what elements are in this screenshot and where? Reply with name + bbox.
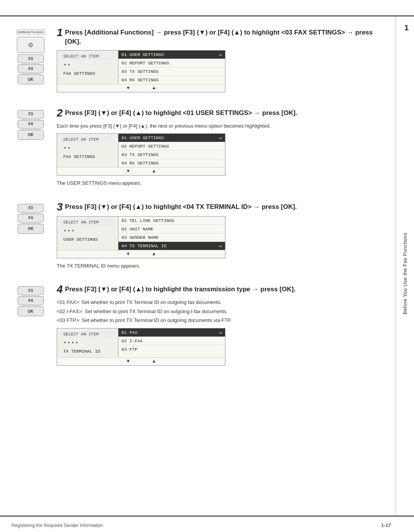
step-4-screen: SELECT AN ITEM ▪▪▪▪ TX TERMINAL ID 01 FA… bbox=[57, 328, 225, 366]
f4-button-step2[interactable]: F4 bbox=[18, 120, 44, 128]
f3-button-step3[interactable]: F3 bbox=[18, 204, 44, 212]
step-4-title: 4 Press [F3] (▼) or [F4] (▲) to highligh… bbox=[57, 285, 380, 295]
ok-button-step1[interactable]: OK bbox=[18, 74, 44, 84]
step-1-buttons: Additional Functions ⚙ F3 F4 OK bbox=[12, 28, 50, 84]
lcd-4-label: TX TERMINAL ID bbox=[60, 347, 115, 355]
lcd-2-left: SELECT AN ITEM ▪▪ FAX SETTINGS bbox=[57, 134, 118, 167]
step-3-section: F3 F4 OK 3 Press [F3] (▼) or [F4] (▲) to… bbox=[12, 202, 380, 273]
lcd-3-label: USER SETTINGS bbox=[60, 235, 115, 243]
arrow-indicator-3: ⇔ bbox=[219, 243, 222, 249]
step-4-bullet-3: <03 FTP>: Set whether to print TX Termin… bbox=[57, 317, 380, 324]
lcd-3-left: SELECT AN ITEM ▪▪▪ USER SETTINGS bbox=[57, 217, 118, 250]
arrow-indicator-4: ⇔ bbox=[219, 330, 222, 336]
lcd-4-row-1: 01 FAX ⇔ bbox=[118, 328, 225, 337]
lcd-3-nav: ▼ ▲ bbox=[57, 250, 225, 258]
nav-up-2: ▲ bbox=[153, 169, 155, 174]
lcd-1-row-4: 04 RX SETTINGS bbox=[118, 76, 225, 84]
step-4-bullet-2: <02 I-FAX>: Set whether to print TX Term… bbox=[57, 308, 380, 315]
step-4-buttons: F3 F4 OK bbox=[12, 285, 50, 316]
f3-button-step4[interactable]: F3 bbox=[18, 286, 44, 295]
f3-button-step2[interactable]: F3 bbox=[18, 110, 44, 118]
lcd-4-row-3: 03 FTP bbox=[118, 345, 225, 353]
step-3-number: 3 bbox=[57, 202, 63, 212]
lcd-1-dots: ▪▪ bbox=[60, 60, 115, 69]
step-1-number: 1 bbox=[57, 28, 63, 38]
nav-down-3: ▼ bbox=[127, 251, 130, 257]
step-3-note: The TX TERMINAL ID menu appears. bbox=[57, 262, 380, 270]
step-2-description: Each time you press [F3] (▼) or [F4] (▲)… bbox=[57, 122, 380, 130]
step-3-content: 3 Press [F3] (▼) or [F4] (▲) to highligh… bbox=[57, 202, 380, 273]
lcd-1-row-3: 03 TX SETTINGS bbox=[118, 67, 225, 76]
step-2-content: 2 Press [F3] (▼) or [F4] (▲) to highligh… bbox=[57, 108, 380, 190]
page-container: 1 Before You Use the Fax Functions Addit… bbox=[0, 0, 414, 532]
ok-button-step4[interactable]: OK bbox=[18, 306, 44, 316]
lcd-3-dots: ▪▪▪ bbox=[60, 226, 115, 235]
gear-icon: ⚙ bbox=[28, 41, 33, 49]
f4-button-step4[interactable]: F4 bbox=[18, 296, 44, 305]
lcd-1-right: 01 USER SETTINGS ⇔ 02 REPORT SETTINGS 03… bbox=[118, 51, 225, 84]
sidebar-text: Before You Use the Fax Functions bbox=[402, 233, 408, 314]
step-2-buttons: F3 F4 OK bbox=[12, 108, 50, 140]
lcd-1-left-header: SELECT AN ITEM ▪▪ FAX SETTINGS bbox=[57, 51, 118, 84]
bottom-border bbox=[0, 516, 414, 517]
step-3-buttons: F3 F4 OK bbox=[12, 202, 50, 234]
lcd-1-label: FAX SETTINGS bbox=[60, 69, 115, 77]
nav-up-3: ▲ bbox=[153, 251, 155, 257]
step-4-bullet-1: <01 FAX>: Set whether to print TX Termin… bbox=[57, 299, 380, 306]
lcd-4-right: 01 FAX ⇔ 02 I-FAX 03 FTP bbox=[118, 328, 225, 357]
step-2-screen: SELECT AN ITEM ▪▪ FAX SETTINGS 01 USER S… bbox=[57, 133, 225, 176]
lcd-3-header-row: SELECT AN ITEM ▪▪▪ USER SETTINGS 01 TEL … bbox=[57, 217, 225, 250]
step-3-screen: SELECT AN ITEM ▪▪▪ USER SETTINGS 01 TEL … bbox=[57, 216, 225, 258]
lcd-4-left: SELECT AN ITEM ▪▪▪▪ TX TERMINAL ID bbox=[57, 328, 118, 357]
lcd-2-row-3: 03 TX SETTINGS bbox=[118, 151, 225, 159]
lcd-2-dots: ▪▪ bbox=[60, 143, 115, 153]
lcd-2-header-row: SELECT AN ITEM ▪▪ FAX SETTINGS 01 USER S… bbox=[57, 134, 225, 167]
additional-functions-button[interactable]: ⚙ bbox=[17, 37, 44, 53]
nav-down-4: ▼ bbox=[127, 359, 130, 364]
lcd-3-row-4: 04 TX TERMINAL ID ⇔ bbox=[118, 242, 225, 250]
lcd-4-header-text: SELECT AN ITEM bbox=[60, 330, 115, 338]
main-content: Additional Functions ⚙ F3 F4 OK 1 Press … bbox=[0, 16, 396, 516]
page-footer: Registering the Required Sender Informat… bbox=[12, 522, 391, 528]
lcd-4-row-2: 02 I-FAX bbox=[118, 337, 225, 345]
footer-page-number: 1-17 bbox=[381, 522, 391, 528]
nav-up-4: ▲ bbox=[153, 359, 155, 364]
step-1-section: Additional Functions ⚙ F3 F4 OK 1 Press … bbox=[12, 28, 380, 96]
lcd-1-header-text: SELECT AN ITEM bbox=[60, 53, 115, 60]
step-4-section: F3 F4 OK 4 Press [F3] (▼) or [F4] (▲) to… bbox=[12, 285, 380, 369]
nav-down-2: ▼ bbox=[127, 169, 130, 174]
step-2-number: 2 bbox=[57, 108, 63, 118]
ok-button-step2[interactable]: OK bbox=[18, 130, 44, 140]
lcd-2-label: FAX SETTINGS bbox=[60, 153, 115, 161]
f4-button-step1[interactable]: F4 bbox=[18, 64, 44, 73]
lcd-4-header-row: SELECT AN ITEM ▪▪▪▪ TX TERMINAL ID 01 FA… bbox=[57, 328, 225, 358]
f4-button-step3[interactable]: F4 bbox=[18, 214, 44, 222]
footer-left-text: Registering the Required Sender Informat… bbox=[12, 523, 103, 528]
lcd-4-dots: ▪▪▪▪ bbox=[60, 338, 115, 347]
lcd-2-nav: ▼ ▲ bbox=[57, 167, 225, 175]
arrow-indicator-1: ⇔ bbox=[219, 52, 222, 58]
step-2-title: 2 Press [F3] (▼) or [F4] (▲) to highligh… bbox=[57, 108, 380, 118]
lcd-3-right: 01 TEL LINE SETTINGS 02 UNIT NAME 03 SEN… bbox=[118, 217, 225, 250]
lcd-2-right: 01 USER SETTINGS ⇔ 02 REPORT SETTINGS 03… bbox=[118, 134, 225, 167]
step-4-content: 4 Press [F3] (▼) or [F4] (▲) to highligh… bbox=[57, 285, 380, 369]
arrow-indicator-2: ⇔ bbox=[219, 135, 222, 141]
step-4-number: 4 bbox=[57, 285, 63, 295]
nav-up-1: ▲ bbox=[153, 85, 155, 91]
step-1-title: 1 Press [Additional Functions] → press [… bbox=[57, 28, 380, 46]
ok-button-step3[interactable]: OK bbox=[18, 224, 44, 234]
lcd-2-row-4: 04 RX SETTINGS bbox=[118, 159, 225, 167]
lcd-3-row-3: 03 SENDER NAME bbox=[118, 233, 225, 242]
f3-button-step1[interactable]: F3 bbox=[18, 54, 44, 63]
step-2-note: The USER SETTINGS menu appears. bbox=[57, 179, 380, 187]
lcd-2-header-text: SELECT AN ITEM bbox=[60, 136, 115, 143]
step-1-content: 1 Press [Additional Functions] → press [… bbox=[57, 28, 380, 96]
step-2-section: F3 F4 OK 2 Press [F3] (▼) or [F4] (▲) to… bbox=[12, 108, 380, 190]
lcd-1-row-1: 01 USER SETTINGS ⇔ bbox=[118, 51, 225, 59]
lcd-1-row-2: 02 REPORT SETTINGS bbox=[118, 59, 225, 67]
additional-functions-label: Additional Functions bbox=[16, 30, 45, 34]
lcd-1-nav: ▼ ▲ bbox=[57, 84, 225, 92]
sidebar-number: 1 bbox=[404, 23, 409, 32]
lcd-3-row-1: 01 TEL LINE SETTINGS bbox=[118, 217, 225, 225]
nav-down-1: ▼ bbox=[127, 85, 130, 91]
